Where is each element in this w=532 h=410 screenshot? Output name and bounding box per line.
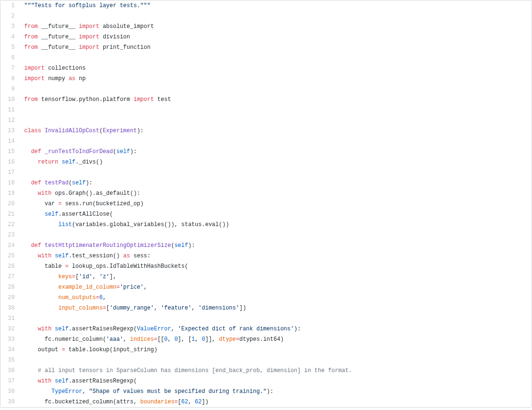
line-number[interactable]: 18 [0, 178, 19, 188]
line-code[interactable]: example_id_column='price', [19, 282, 532, 292]
code-line: 8import numpy as np [0, 73, 532, 84]
line-number[interactable]: 25 [0, 251, 19, 261]
code-line: 15 def _runTestToIndForDead(self): [0, 146, 532, 157]
line-code[interactable] [19, 136, 532, 146]
line-number[interactable]: 27 [0, 272, 19, 282]
line-code[interactable]: var = sess.run(bucketized_op) [19, 199, 532, 209]
line-number[interactable]: 37 [0, 376, 19, 386]
line-code[interactable] [19, 313, 532, 324]
line-code[interactable]: num_outputs=6, [19, 292, 532, 303]
line-code[interactable]: with self.test_session() as sess: [19, 251, 532, 261]
code-line: 39 fc.bucketized_column(attrs, boundarie… [0, 397, 532, 407]
code-line: 12 [0, 115, 532, 126]
line-number[interactable]: 29 [0, 292, 19, 303]
code-line: 18 def testPad(self): [0, 178, 532, 188]
line-code[interactable]: fc.bucketized_column(attrs, boundaries=[… [19, 397, 532, 407]
code-line: 7import collections [0, 63, 532, 73]
line-number[interactable]: 32 [0, 324, 19, 334]
line-number[interactable]: 31 [0, 313, 19, 324]
line-number[interactable]: 34 [0, 345, 19, 355]
line-code[interactable]: with self.assertRaisesRegexp( [19, 376, 532, 386]
code-line: 6 [0, 53, 532, 63]
code-line: 5from __future__ import print_function [0, 42, 532, 53]
line-number[interactable]: 16 [0, 157, 19, 167]
line-code[interactable]: """Tests for softplus layer tests.""" [19, 0, 532, 11]
line-code[interactable]: def testPad(self): [19, 178, 532, 188]
line-number[interactable]: 12 [0, 115, 19, 126]
code-line: 17 [0, 167, 532, 178]
line-number[interactable]: 30 [0, 303, 19, 313]
line-code[interactable]: # all input tensors in SparseColumn has … [19, 365, 532, 376]
line-code[interactable] [19, 53, 532, 63]
line-number[interactable]: 39 [0, 397, 19, 407]
line-code[interactable]: fc.numeric_column('aaa', indices=[[0, 0]… [19, 334, 532, 345]
code-line: 29 num_outputs=6, [0, 292, 532, 303]
line-number[interactable]: 20 [0, 199, 19, 209]
line-code[interactable]: from __future__ import division [19, 32, 532, 42]
line-code[interactable]: class InvalidAllOpCost(Experiment): [19, 126, 532, 136]
line-code[interactable]: import numpy as np [19, 73, 532, 84]
line-number[interactable]: 4 [0, 32, 19, 42]
line-code[interactable]: return self._divs() [19, 157, 532, 167]
line-code[interactable] [19, 115, 532, 126]
code-line: 3from __future__ import absolute_import [0, 21, 532, 32]
line-code[interactable] [19, 11, 532, 21]
line-number[interactable]: 13 [0, 126, 19, 136]
line-number[interactable]: 9 [0, 84, 19, 94]
line-code[interactable] [19, 167, 532, 178]
line-number[interactable]: 15 [0, 146, 19, 157]
line-code[interactable] [19, 84, 532, 94]
line-code[interactable]: TypeError, "Shape of values must be spec… [19, 386, 532, 397]
line-code[interactable]: with ops.Graph().as_default(): [19, 188, 532, 199]
code-line: 14 [0, 136, 532, 146]
line-number[interactable]: 14 [0, 136, 19, 146]
line-number[interactable]: 2 [0, 11, 19, 21]
code-line: 13class InvalidAllOpCost(Experiment): [0, 126, 532, 136]
line-number[interactable]: 5 [0, 42, 19, 53]
line-number[interactable]: 3 [0, 21, 19, 32]
line-number[interactable]: 1 [0, 0, 19, 11]
line-code[interactable]: def _runTestToIndForDead(self): [19, 146, 532, 157]
line-number[interactable]: 38 [0, 386, 19, 397]
line-number[interactable]: 17 [0, 167, 19, 178]
line-number[interactable]: 8 [0, 73, 19, 84]
code-line: 33 fc.numeric_column('aaa', indices=[[0,… [0, 334, 532, 345]
line-code[interactable]: import collections [19, 63, 532, 73]
line-number[interactable]: 11 [0, 105, 19, 115]
line-number[interactable]: 21 [0, 209, 19, 219]
code-line: 24 def testHttptimenaterRoutingOptimizer… [0, 240, 532, 251]
line-code[interactable]: table = lookup_ops.IdTableWithHashBucket… [19, 261, 532, 272]
line-code[interactable]: output = table.lookup(input_string) [19, 345, 532, 355]
line-code[interactable]: with self.assertRaisesRegexp(ValueError,… [19, 324, 532, 334]
line-code[interactable] [19, 105, 532, 115]
code-line: 10from tensorflow.python.platform import… [0, 94, 532, 105]
line-number[interactable]: 19 [0, 188, 19, 199]
line-number[interactable]: 35 [0, 355, 19, 365]
line-number[interactable]: 23 [0, 230, 19, 240]
code-line: 36 # all input tensors in SparseColumn h… [0, 365, 532, 376]
line-code[interactable]: from tensorflow.python.platform import t… [19, 94, 532, 105]
line-code[interactable]: list(variables.global_variables()), stat… [19, 219, 532, 230]
line-number[interactable]: 28 [0, 282, 19, 292]
line-code[interactable]: self.assertAllClose( [19, 209, 532, 219]
line-code[interactable] [19, 230, 532, 240]
line-code[interactable]: keys=['id', 'z'], [19, 272, 532, 282]
code-line: 23 [0, 230, 532, 240]
line-code[interactable]: from __future__ import print_function [19, 42, 532, 53]
code-line: 32 with self.assertRaisesRegexp(ValueErr… [0, 324, 532, 334]
line-number[interactable]: 36 [0, 365, 19, 376]
line-number[interactable]: 6 [0, 53, 19, 63]
line-number[interactable]: 24 [0, 240, 19, 251]
line-code[interactable] [19, 355, 532, 365]
line-number[interactable]: 33 [0, 334, 19, 345]
line-number[interactable]: 7 [0, 63, 19, 73]
line-code[interactable]: def testHttptimenaterRoutingOptimizerSiz… [19, 240, 532, 251]
code-line: 28 example_id_column='price', [0, 282, 532, 292]
line-number[interactable]: 26 [0, 261, 19, 272]
line-number[interactable]: 22 [0, 219, 19, 230]
line-number[interactable]: 10 [0, 94, 19, 105]
code-line: 22 list(variables.global_variables()), s… [0, 219, 532, 230]
code-viewer: 1"""Tests for softplus layer tests."""23… [0, 0, 532, 408]
line-code[interactable]: from __future__ import absolute_import [19, 21, 532, 32]
line-code[interactable]: input_columns=['dummy_range', 'feature',… [19, 303, 532, 313]
